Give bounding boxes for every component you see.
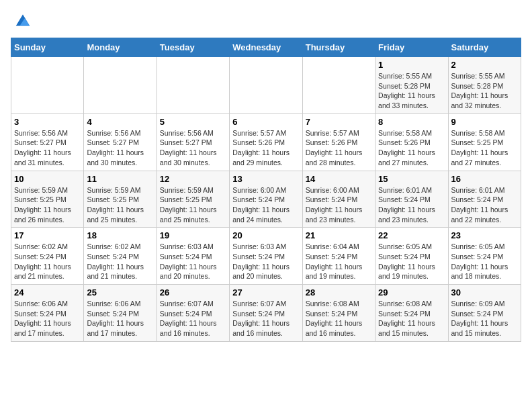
day-number: 22 xyxy=(378,230,445,240)
day-info: Sunrise: 5:57 AM Sunset: 5:26 PM Dayligh… xyxy=(232,128,299,168)
week-row-4: 17Sunrise: 6:02 AM Sunset: 5:24 PM Dayli… xyxy=(11,228,521,285)
day-number: 13 xyxy=(232,174,299,184)
day-cell: 15Sunrise: 6:01 AM Sunset: 5:24 PM Dayli… xyxy=(375,171,448,228)
day-number: 29 xyxy=(378,287,445,298)
day-cell: 2Sunrise: 5:55 AM Sunset: 5:28 PM Daylig… xyxy=(448,57,521,114)
calendar-body: 1Sunrise: 5:55 AM Sunset: 5:28 PM Daylig… xyxy=(11,57,521,342)
day-cell: 6Sunrise: 5:57 AM Sunset: 5:26 PM Daylig… xyxy=(230,113,302,171)
day-cell: 20Sunrise: 6:03 AM Sunset: 5:24 PM Dayli… xyxy=(230,228,302,285)
day-info: Sunrise: 5:56 AM Sunset: 5:27 PM Dayligh… xyxy=(14,128,81,168)
day-number: 20 xyxy=(232,230,299,240)
day-info: Sunrise: 6:08 AM Sunset: 5:24 PM Dayligh… xyxy=(306,299,372,338)
day-cell xyxy=(302,57,375,114)
weekday-header-saturday: Saturday xyxy=(448,38,521,57)
day-number: 6 xyxy=(232,117,299,127)
day-cell: 27Sunrise: 6:07 AM Sunset: 5:24 PM Dayli… xyxy=(230,285,302,342)
day-info: Sunrise: 6:05 AM Sunset: 5:24 PM Dayligh… xyxy=(378,242,445,281)
weekday-header-monday: Monday xyxy=(84,38,157,57)
day-number: 4 xyxy=(87,117,153,127)
day-number: 1 xyxy=(378,60,445,70)
weekday-header-friday: Friday xyxy=(375,38,448,57)
day-cell xyxy=(11,57,84,114)
day-cell: 7Sunrise: 5:57 AM Sunset: 5:26 PM Daylig… xyxy=(302,113,375,171)
day-info: Sunrise: 5:55 AM Sunset: 5:28 PM Dayligh… xyxy=(378,71,445,111)
day-info: Sunrise: 6:01 AM Sunset: 5:24 PM Dayligh… xyxy=(451,185,518,225)
calendar-header: SundayMondayTuesdayWednesdayThursdayFrid… xyxy=(11,38,521,57)
day-info: Sunrise: 5:55 AM Sunset: 5:28 PM Dayligh… xyxy=(451,71,518,111)
day-cell: 23Sunrise: 6:05 AM Sunset: 5:24 PM Dayli… xyxy=(448,228,521,285)
day-cell: 26Sunrise: 6:07 AM Sunset: 5:24 PM Dayli… xyxy=(157,285,229,342)
day-cell xyxy=(230,57,302,114)
day-info: Sunrise: 5:58 AM Sunset: 5:25 PM Dayligh… xyxy=(451,128,518,168)
week-row-2: 3Sunrise: 5:56 AM Sunset: 5:27 PM Daylig… xyxy=(11,113,521,171)
day-cell: 12Sunrise: 5:59 AM Sunset: 5:25 PM Dayli… xyxy=(157,171,229,228)
day-cell: 3Sunrise: 5:56 AM Sunset: 5:27 PM Daylig… xyxy=(11,113,84,171)
page-header xyxy=(11,11,521,30)
weekday-header-tuesday: Tuesday xyxy=(157,38,229,57)
day-cell: 28Sunrise: 6:08 AM Sunset: 5:24 PM Dayli… xyxy=(302,285,375,342)
day-info: Sunrise: 5:57 AM Sunset: 5:26 PM Dayligh… xyxy=(306,128,372,168)
day-info: Sunrise: 6:07 AM Sunset: 5:24 PM Dayligh… xyxy=(160,299,226,338)
day-info: Sunrise: 6:00 AM Sunset: 5:24 PM Dayligh… xyxy=(232,185,299,225)
weekday-header-sunday: Sunday xyxy=(11,38,84,57)
day-cell: 18Sunrise: 6:02 AM Sunset: 5:24 PM Dayli… xyxy=(84,228,157,285)
day-number: 24 xyxy=(14,287,81,298)
day-info: Sunrise: 6:01 AM Sunset: 5:24 PM Dayligh… xyxy=(378,185,445,225)
day-info: Sunrise: 6:03 AM Sunset: 5:24 PM Dayligh… xyxy=(232,242,299,281)
day-cell: 16Sunrise: 6:01 AM Sunset: 5:24 PM Dayli… xyxy=(448,171,521,228)
day-number: 16 xyxy=(451,174,518,184)
day-number: 30 xyxy=(451,287,518,298)
day-number: 5 xyxy=(160,117,226,127)
day-cell: 8Sunrise: 5:58 AM Sunset: 5:26 PM Daylig… xyxy=(375,113,448,171)
day-info: Sunrise: 6:02 AM Sunset: 5:24 PM Dayligh… xyxy=(14,242,81,281)
day-number: 8 xyxy=(378,117,445,127)
day-cell: 21Sunrise: 6:04 AM Sunset: 5:24 PM Dayli… xyxy=(302,228,375,285)
header-row: SundayMondayTuesdayWednesdayThursdayFrid… xyxy=(11,38,521,57)
day-info: Sunrise: 5:58 AM Sunset: 5:26 PM Dayligh… xyxy=(378,128,445,168)
day-info: Sunrise: 6:02 AM Sunset: 5:24 PM Dayligh… xyxy=(87,242,153,281)
calendar-table: SundayMondayTuesdayWednesdayThursdayFrid… xyxy=(11,38,521,342)
day-cell: 4Sunrise: 5:56 AM Sunset: 5:27 PM Daylig… xyxy=(84,113,157,171)
day-cell: 5Sunrise: 5:56 AM Sunset: 5:27 PM Daylig… xyxy=(157,113,229,171)
day-number: 7 xyxy=(306,117,372,127)
day-info: Sunrise: 5:56 AM Sunset: 5:27 PM Dayligh… xyxy=(160,128,226,168)
day-number: 18 xyxy=(87,230,153,240)
day-info: Sunrise: 6:05 AM Sunset: 5:24 PM Dayligh… xyxy=(451,242,518,281)
day-info: Sunrise: 6:09 AM Sunset: 5:24 PM Dayligh… xyxy=(451,299,518,338)
weekday-header-thursday: Thursday xyxy=(302,38,375,57)
day-number: 26 xyxy=(160,287,226,298)
day-number: 14 xyxy=(306,174,372,184)
day-number: 2 xyxy=(451,60,518,70)
day-number: 15 xyxy=(378,174,445,184)
day-info: Sunrise: 6:06 AM Sunset: 5:24 PM Dayligh… xyxy=(14,299,81,338)
day-number: 9 xyxy=(451,117,518,127)
day-number: 19 xyxy=(160,230,226,240)
week-row-5: 24Sunrise: 6:06 AM Sunset: 5:24 PM Dayli… xyxy=(11,285,521,342)
day-number: 10 xyxy=(14,174,81,184)
day-info: Sunrise: 5:59 AM Sunset: 5:25 PM Dayligh… xyxy=(160,185,226,225)
day-cell: 29Sunrise: 6:08 AM Sunset: 5:24 PM Dayli… xyxy=(375,285,448,342)
day-info: Sunrise: 5:59 AM Sunset: 5:25 PM Dayligh… xyxy=(87,185,153,225)
day-cell: 9Sunrise: 5:58 AM Sunset: 5:25 PM Daylig… xyxy=(448,113,521,171)
day-info: Sunrise: 6:00 AM Sunset: 5:24 PM Dayligh… xyxy=(306,185,372,225)
day-cell: 30Sunrise: 6:09 AM Sunset: 5:24 PM Dayli… xyxy=(448,285,521,342)
day-info: Sunrise: 6:03 AM Sunset: 5:24 PM Dayligh… xyxy=(160,242,226,281)
day-number: 27 xyxy=(232,287,299,298)
day-info: Sunrise: 6:04 AM Sunset: 5:24 PM Dayligh… xyxy=(306,242,372,281)
day-info: Sunrise: 6:06 AM Sunset: 5:24 PM Dayligh… xyxy=(87,299,153,338)
day-cell xyxy=(157,57,229,114)
weekday-header-wednesday: Wednesday xyxy=(230,38,302,57)
day-cell: 13Sunrise: 6:00 AM Sunset: 5:24 PM Dayli… xyxy=(230,171,302,228)
logo xyxy=(11,11,32,30)
day-cell: 25Sunrise: 6:06 AM Sunset: 5:24 PM Dayli… xyxy=(84,285,157,342)
day-number: 11 xyxy=(87,174,153,184)
day-info: Sunrise: 5:56 AM Sunset: 5:27 PM Dayligh… xyxy=(87,128,153,168)
day-number: 25 xyxy=(87,287,153,298)
day-cell: 1Sunrise: 5:55 AM Sunset: 5:28 PM Daylig… xyxy=(375,57,448,114)
day-cell: 24Sunrise: 6:06 AM Sunset: 5:24 PM Dayli… xyxy=(11,285,84,342)
day-number: 21 xyxy=(306,230,372,240)
day-number: 23 xyxy=(451,230,518,240)
day-number: 12 xyxy=(160,174,226,184)
day-info: Sunrise: 5:59 AM Sunset: 5:25 PM Dayligh… xyxy=(14,185,81,225)
day-number: 17 xyxy=(14,230,81,240)
